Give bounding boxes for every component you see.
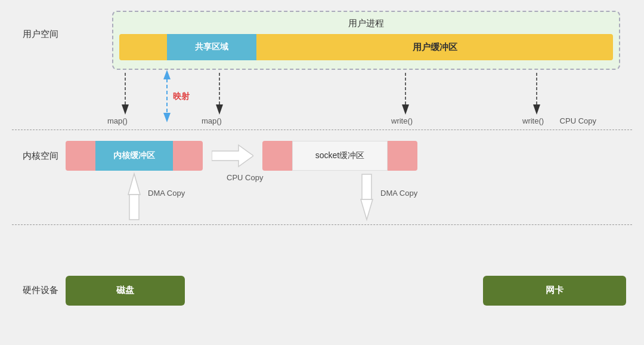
- kernel-buffer-label: 内核缓冲区: [95, 141, 173, 171]
- svg-rect-15: [362, 174, 371, 199]
- cpu-copy-top-label: CPU Copy: [560, 116, 596, 125]
- user-process-box: 用户进程 共享区域 用户缓冲区: [112, 11, 620, 70]
- write1-label: write(): [391, 116, 413, 125]
- memory-bar: 共享区域 用户缓冲区: [119, 34, 613, 60]
- map2-label: map(): [202, 116, 222, 125]
- svg-marker-7: [533, 104, 540, 115]
- kernel-space-label: 内核空间: [12, 150, 66, 162]
- map1-label: map(): [107, 116, 128, 125]
- svg-marker-9: [163, 70, 171, 79]
- mapping-label: 映射: [173, 91, 190, 102]
- dma-copy-right-label: DMA Copy: [380, 189, 417, 198]
- dma-arrows-svg: [12, 171, 632, 224]
- socket-pink-right: [388, 141, 417, 171]
- user-process-label: 用户进程: [119, 18, 613, 29]
- hardware-label: 硬件设备: [12, 285, 66, 296]
- kernel-pink-left: [66, 141, 95, 171]
- nic-box: 网卡: [483, 276, 626, 306]
- svg-marker-10: [163, 113, 171, 122]
- diagram: 用户空间 用户进程 共享区域 用户缓冲区: [0, 0, 644, 345]
- write2-label: write(): [522, 116, 544, 125]
- yellow-left-segment: [119, 34, 167, 60]
- svg-marker-3: [216, 104, 223, 115]
- svg-marker-11: [212, 145, 253, 167]
- user-buffer-segment: 用户缓冲区: [256, 34, 613, 60]
- kernel-pink-right: [173, 141, 203, 171]
- svg-marker-1: [122, 104, 129, 115]
- svg-marker-12: [128, 174, 140, 195]
- svg-marker-5: [402, 104, 409, 115]
- socket-buffer-box: socket缓冲区: [262, 141, 417, 171]
- user-space-label: 用户空间: [12, 11, 66, 40]
- cpu-copy-arrow: [209, 141, 256, 171]
- svg-marker-14: [361, 199, 373, 220]
- shared-segment: 共享区域: [167, 34, 256, 60]
- big-right-arrow-svg: [212, 144, 253, 168]
- user-space-section: 用户空间 用户进程 共享区域 用户缓冲区: [0, 0, 644, 70]
- socket-buffer-label: socket缓冲区: [292, 141, 388, 171]
- svg-rect-13: [129, 195, 139, 220]
- socket-pink-left: [262, 141, 292, 171]
- disk-box: 磁盘: [66, 276, 185, 306]
- dma-copy-left-label: DMA Copy: [148, 189, 185, 198]
- kernel-buffer-box: 内核缓冲区: [66, 141, 203, 171]
